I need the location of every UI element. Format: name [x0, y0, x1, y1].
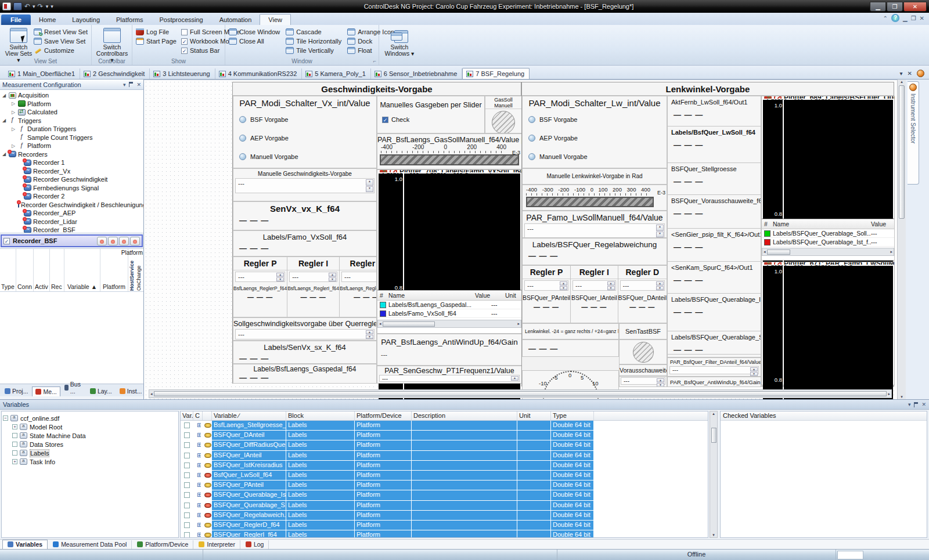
row-checkbox[interactable]	[184, 463, 190, 468]
tree-item[interactable]: Data Stores	[2, 440, 178, 449]
lwsoll-slider[interactable]	[526, 197, 654, 207]
legend-row[interactable]: Labels/Famo_VxSoll_f64 ---	[377, 309, 521, 318]
column-header-icon[interactable]	[203, 411, 212, 420]
pin-icon[interactable]	[129, 82, 133, 87]
plot-trigger-disabled-icon[interactable]	[390, 170, 397, 172]
column-header-c[interactable]: C	[193, 411, 203, 420]
expand-variable-icon[interactable]: ⊞	[195, 441, 201, 449]
window-menu-item[interactable]: Tile Horizontally	[286, 38, 341, 45]
legend-row[interactable]: Labels/BSFQuer_Querablage_Soll... ---	[762, 229, 894, 238]
record-stop-button[interactable]	[108, 237, 118, 245]
panel-close-button[interactable]: ✕	[921, 402, 926, 407]
spinner[interactable]: ▲	[511, 376, 518, 381]
canvas-horizontal-scrollbar[interactable]: ◂▸	[149, 389, 892, 398]
gassoll-slider[interactable]	[380, 154, 519, 165]
collapse-ribbon-button[interactable]: ⌃	[883, 15, 888, 21]
plot-capture-icon[interactable]	[764, 262, 772, 265]
close-button[interactable]: ✕	[903, 2, 927, 12]
child-close-button[interactable]: ✕	[920, 15, 924, 21]
regler-input[interactable]: --- ▲▼	[620, 280, 665, 291]
legend-col-unit[interactable]: Unit	[505, 292, 521, 299]
show-menu-item[interactable]: Start Page	[136, 38, 177, 45]
legend-col-value[interactable]: Value	[871, 221, 894, 227]
controlbar-tab[interactable]: Interpreter	[194, 540, 240, 549]
row-checkbox[interactable]	[184, 472, 190, 478]
spinner[interactable]: ▲▼	[366, 179, 373, 192]
column-header-unit[interactable]: Unit	[517, 411, 551, 420]
spinner[interactable]: ▲▼	[366, 330, 373, 338]
plot-trigger-disabled-icon[interactable]	[774, 96, 782, 99]
expand-variable-icon[interactable]: ⊞	[195, 461, 201, 469]
plot-capture-icon[interactable]	[380, 170, 387, 172]
row-checkbox[interactable]	[184, 512, 190, 518]
tree-item[interactable]: Labels	[2, 449, 178, 457]
plot-capture-icon[interactable]	[764, 96, 772, 99]
filter-danteil-input[interactable]: --- ▲▼	[669, 366, 759, 374]
view-set-menu-item[interactable]: Customize	[34, 47, 88, 54]
legend-row[interactable]: Labels/BSFQuer_Querablage_Ist_f... ---	[762, 238, 894, 247]
spinner[interactable]: ▲▼	[276, 273, 284, 281]
tree-expander-icon[interactable]: +	[12, 459, 17, 464]
controlbar-tab[interactable]: Platform/Device	[132, 540, 193, 549]
mode-radio[interactable]: Manuell Vorgabe	[239, 153, 376, 160]
variable-row[interactable]: ⊞ BsfQuer_LwSoll_f64 Labels Platform Dou…	[181, 471, 708, 480]
legend-scrollbar[interactable]: ◂▸	[377, 320, 521, 328]
row-checkbox[interactable]	[184, 442, 190, 448]
row-checkbox[interactable]	[184, 532, 190, 538]
tree-expander-icon[interactable]	[12, 450, 17, 456]
expand-variable-icon[interactable]: ⊞	[195, 451, 201, 459]
record-pause-button[interactable]	[119, 237, 129, 245]
column-header-type[interactable]: Type	[0, 249, 16, 291]
tree-expander-icon[interactable]: +	[12, 424, 17, 429]
gas-check[interactable]: Check	[382, 116, 484, 123]
variable-row[interactable]: ⊞ BSFQuer_ReglerD_f64 Labels Platform Do…	[181, 521, 708, 530]
row-checkbox[interactable]	[184, 453, 190, 458]
soll-input[interactable]: --- ▲▼	[235, 329, 375, 339]
spinner[interactable]: ▲▼	[329, 273, 336, 281]
tree-item[interactable]: Recorder 1	[0, 158, 143, 167]
legend-col-num[interactable]: #	[377, 292, 388, 299]
window-menu-item[interactable]: Close All	[229, 38, 280, 45]
tree-item[interactable]: Fernbedienungs Signal	[0, 184, 143, 193]
ribbon-tab[interactable]: Postprocessing	[151, 15, 211, 25]
tree-item[interactable]: Recorder_BSF	[0, 226, 143, 233]
row-checkbox[interactable]	[184, 432, 190, 438]
variable-row[interactable]: ⊞ BSFQuer_DiffRadiusQue... Labels Platfo…	[181, 440, 708, 450]
tree-expander-icon[interactable]: ◢	[1, 93, 7, 98]
tree-expander-icon[interactable]: ▷	[10, 110, 16, 115]
window-menu-item[interactable]: Tile Vertically	[286, 47, 341, 54]
ribbon-tab[interactable]: Layouting	[64, 15, 108, 25]
sidebar-tab[interactable]: Proj...	[1, 386, 31, 396]
controlbar-tab[interactable]: Measurement Data Pool	[48, 540, 132, 549]
tree-item[interactable]: ◢ Triggers	[0, 117, 143, 125]
pt1-input[interactable]: --- ▲	[379, 375, 520, 382]
legend-col-name[interactable]: Name	[773, 221, 871, 227]
controlbar-tab[interactable]: Variables	[2, 540, 48, 549]
minimize-button[interactable]: ▁	[870, 2, 886, 12]
column-header-rec[interactable]: Rec	[50, 249, 64, 291]
window-menu-item[interactable]: Close Window	[229, 28, 280, 35]
regler-input[interactable]: --- ▲▼	[289, 272, 337, 282]
expand-variable-icon[interactable]: ⊞	[195, 531, 201, 538]
tree-expander-icon[interactable]: ▷	[10, 143, 16, 149]
tree-expander-icon[interactable]: ▷	[10, 101, 16, 106]
tree-item[interactable]: Recorder Geschwindigkeit / Beschleunigun…	[0, 201, 143, 209]
tree-item[interactable]: + Model Root	[2, 422, 178, 431]
tree-item[interactable]: ▷ Calculated	[0, 108, 143, 117]
tree-item[interactable]: State Machine Data	[2, 431, 178, 440]
undo-button[interactable]: ↶	[24, 2, 30, 10]
dialog-launcher-icon[interactable]: ⌐	[373, 58, 376, 64]
column-header-variable[interactable]: Variable ▲	[64, 249, 100, 291]
expand-variable-icon[interactable]: ⊞	[195, 511, 201, 519]
row-checkbox[interactable]	[184, 522, 190, 528]
expand-variable-icon[interactable]: ⊞	[195, 501, 201, 509]
show-menu-item[interactable]: Log File	[136, 28, 177, 35]
plot-trigger-disabled-icon[interactable]	[774, 262, 782, 265]
tree-item[interactable]: ◢ Recorders	[0, 150, 143, 159]
tree-expander-icon[interactable]: ◢	[1, 118, 7, 123]
lwsoll-input[interactable]: --- ▲▼	[524, 223, 665, 238]
spinner[interactable]: ▲▼	[560, 281, 567, 290]
layout-tab[interactable]: 6 Sensor_Inbetriebnahme	[371, 68, 463, 79]
sidebar-tab[interactable]: Me...	[32, 386, 60, 396]
tree-item[interactable]: ▷ Platform	[0, 142, 143, 150]
